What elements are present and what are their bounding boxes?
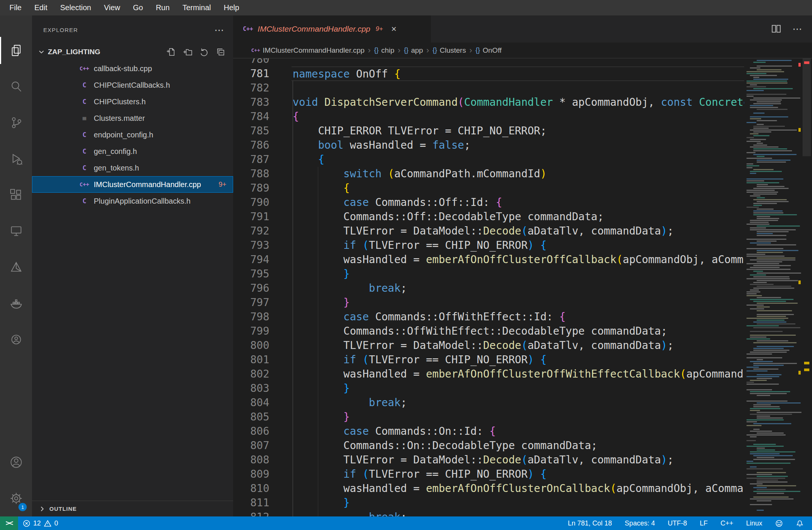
code-line-text[interactable]: TLVError = DataModel::Decode(aDataTlv, c… (292, 453, 744, 467)
line-number[interactable]: 785 (233, 124, 269, 138)
menu-item-selection[interactable]: Selection (54, 0, 98, 15)
run-debug-icon[interactable] (0, 141, 32, 177)
code-line-text[interactable]: bool wasHandled = false; (292, 138, 744, 152)
line-number[interactable]: 803 (233, 381, 269, 396)
line-number[interactable]: 791 (233, 210, 269, 224)
breadcrumb-item-clusters[interactable]: {}Clusters (432, 46, 466, 55)
code-line-791[interactable]: 791 Commands::Off::DecodableType command… (233, 210, 812, 224)
code-editor[interactable]: 780781namespace OnOff {782783void Dispat… (233, 58, 812, 516)
file-row-imclustercommandhandler-cpp[interactable]: C++IMClusterCommandHandler.cpp9+ (32, 176, 233, 193)
cmake-icon[interactable] (0, 249, 32, 285)
line-number[interactable]: 801 (233, 353, 269, 367)
split-editor-icon[interactable] (771, 23, 782, 35)
account-icon[interactable] (0, 444, 32, 480)
code-line-812[interactable]: 812 break; (233, 510, 812, 516)
live-share-icon[interactable] (0, 321, 32, 358)
tab-close-icon[interactable]: × (391, 24, 397, 34)
code-line-809[interactable]: 809 if (TLVError == CHIP_NO_ERROR) { (233, 467, 812, 481)
code-line-text[interactable]: { (292, 181, 744, 195)
code-line-789[interactable]: 789 { (233, 181, 812, 195)
line-number[interactable]: 780 (233, 58, 269, 67)
code-line-text[interactable]: void DispatchServerCommand(CommandHandle… (292, 95, 744, 110)
code-line-793[interactable]: 793 if (TLVError == CHIP_NO_ERROR) { (233, 238, 812, 253)
line-number[interactable]: 784 (233, 110, 269, 124)
code-line-807[interactable]: 807 Commands::On::DecodableType commandD… (233, 439, 812, 453)
code-line-text[interactable]: if (TLVError == CHIP_NO_ERROR) { (292, 353, 744, 367)
code-line-798[interactable]: 798 case Commands::OffWithEffect::Id: { (233, 310, 812, 324)
code-line-text[interactable]: namespace OnOff { (292, 67, 744, 81)
menu-item-go[interactable]: Go (127, 0, 150, 15)
language-mode[interactable]: C++ (720, 519, 733, 527)
file-row-gen-tokens-h[interactable]: Cgen_tokens.h (32, 160, 233, 176)
code-line-786[interactable]: 786 bool wasHandled = false; (233, 138, 812, 152)
code-line-text[interactable]: TLVError = DataModel::Decode(aDataTlv, c… (292, 224, 744, 238)
code-line-text[interactable]: break; (292, 281, 744, 295)
code-line-788[interactable]: 788 switch (aCommandPath.mCommandId) (233, 167, 812, 181)
code-line-text[interactable]: } (292, 410, 744, 424)
code-line-text[interactable]: case Commands::On::Id: { (292, 424, 744, 439)
code-line-800[interactable]: 800 TLVError = DataModel::Decode(aDataTl… (233, 338, 812, 353)
code-line-text[interactable]: break; (292, 510, 744, 516)
line-number[interactable]: 812 (233, 510, 269, 516)
code-line-text[interactable] (292, 81, 744, 95)
code-line-796[interactable]: 796 break; (233, 281, 812, 295)
code-line-803[interactable]: 803 } (233, 381, 812, 396)
line-number[interactable]: 788 (233, 167, 269, 181)
search-icon[interactable] (0, 69, 32, 105)
code-line-text[interactable]: Commands::On::DecodableType commandData; (292, 439, 744, 453)
code-line-785[interactable]: 785 CHIP_ERROR TLVError = CHIP_NO_ERROR; (233, 124, 812, 138)
code-line-782[interactable]: 782 (233, 81, 812, 95)
code-line-text[interactable]: } (292, 496, 744, 510)
line-number[interactable]: 808 (233, 453, 269, 467)
file-row-endpoint-config-h[interactable]: Cendpoint_config.h (32, 126, 233, 143)
code-line-text[interactable]: { (292, 110, 744, 124)
line-number[interactable]: 792 (233, 224, 269, 238)
line-number[interactable]: 783 (233, 95, 269, 110)
refresh-icon[interactable] (199, 47, 209, 57)
os-indicator[interactable]: Linux (746, 519, 762, 527)
explorer-icon[interactable] (0, 32, 32, 69)
editor-scrollbar[interactable] (801, 58, 812, 516)
tab-imclustercommandhandler[interactable]: C++ IMClusterCommandHandler.cpp 9+ × (233, 15, 431, 43)
docker-icon[interactable] (0, 285, 32, 321)
feedback-smiley-icon[interactable] (775, 519, 783, 527)
indentation-status[interactable]: Spaces: 4 (625, 519, 655, 527)
code-line-781[interactable]: 781namespace OnOff { (233, 67, 812, 81)
code-line-808[interactable]: 808 TLVError = DataModel::Decode(aDataTl… (233, 453, 812, 467)
menu-item-view[interactable]: View (98, 0, 127, 15)
code-line-811[interactable]: 811 } (233, 496, 812, 510)
code-line-text[interactable]: wasHandled = emberAfOnOffClusterOffWithE… (292, 367, 744, 381)
collapse-all-icon[interactable] (216, 47, 226, 57)
line-number[interactable]: 797 (233, 295, 269, 310)
bell-icon[interactable] (796, 519, 804, 527)
line-number[interactable]: 807 (233, 439, 269, 453)
file-row-gen-config-h[interactable]: Cgen_config.h (32, 143, 233, 160)
code-line-text[interactable]: TLVError = DataModel::Decode(aDataTlv, c… (292, 338, 744, 353)
file-row-clusters-matter[interactable]: ≡Clusters.matter (32, 110, 233, 126)
line-number[interactable]: 781 (233, 67, 269, 81)
code-line-text[interactable]: CHIP_ERROR TLVError = CHIP_NO_ERROR; (292, 124, 744, 138)
file-row-callback-stub-cpp[interactable]: C++callback-stub.cpp (32, 60, 233, 77)
code-line-790[interactable]: 790 case Commands::Off::Id: { (233, 195, 812, 210)
code-line-text[interactable]: } (292, 267, 744, 281)
menu-item-run[interactable]: Run (150, 0, 176, 15)
code-line-805[interactable]: 805 } (233, 410, 812, 424)
remote-indicator[interactable]: >< (0, 516, 18, 530)
breadcrumb-item-app[interactable]: {}app (404, 46, 423, 55)
line-number[interactable]: 787 (233, 152, 269, 167)
code-line-text[interactable]: case Commands::OffWithEffect::Id: { (292, 310, 744, 324)
code-line-text[interactable]: if (TLVError == CHIP_NO_ERROR) { (292, 467, 744, 481)
scrollbar-thumb[interactable] (803, 58, 811, 156)
code-line-794[interactable]: 794 wasHandled = emberAfOnOffClusterOffC… (233, 253, 812, 267)
new-folder-icon[interactable] (183, 47, 192, 57)
menu-item-edit[interactable]: Edit (28, 0, 53, 15)
code-line-text[interactable]: Commands::OffWithEffect::DecodableType c… (292, 324, 744, 338)
file-row-chipclientcallbacks-h[interactable]: CCHIPClientCallbacks.h (32, 77, 233, 93)
menu-item-help[interactable]: Help (217, 0, 246, 15)
code-line-text[interactable]: { (292, 152, 744, 167)
outline-section-header[interactable]: OUTLINE (32, 501, 233, 516)
menu-item-file[interactable]: File (3, 0, 28, 15)
line-number[interactable]: 809 (233, 467, 269, 481)
line-number[interactable]: 805 (233, 410, 269, 424)
editor-more-actions-icon[interactable]: ⋯ (792, 23, 802, 35)
